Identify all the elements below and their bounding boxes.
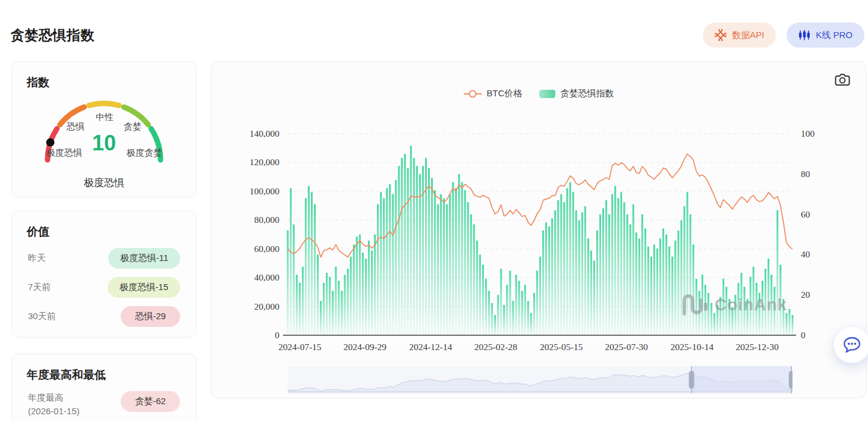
api-knot-icon <box>715 29 727 41</box>
status-badge-yesterday: 极度恐惧-11 <box>108 248 180 269</box>
gauge-label-greed: 贪婪 <box>124 121 141 133</box>
brush-selected-window[interactable] <box>691 366 791 392</box>
svg-text:40,000: 40,000 <box>254 272 279 282</box>
svg-text:140,000: 140,000 <box>250 128 280 138</box>
value-row-30days: 30天前 恐惧-29 <box>28 306 180 327</box>
kline-pro-button[interactable]: K线 PRO <box>787 23 864 48</box>
svg-text:100: 100 <box>801 128 815 138</box>
fear-greed-bars <box>287 146 794 335</box>
svg-text:20,000: 20,000 <box>254 301 279 311</box>
data-api-label: 数据API <box>732 30 764 41</box>
svg-text:2025-12-30: 2025-12-30 <box>735 342 779 352</box>
btc-price-line <box>288 154 792 257</box>
page-title: 贪婪恐惧指数 <box>11 26 95 45</box>
svg-text:2025-10-14: 2025-10-14 <box>671 342 714 352</box>
svg-text:120,000: 120,000 <box>250 157 280 167</box>
value-card: 价值 昨天 极度恐惧-11 7天前 极度恐惧-15 30天前 恐惧-29 <box>12 210 196 338</box>
index-gauge-card: 指数 极度恐惧 恐惧 中性 贪婪 极度贪婪 10 极度恐惧 <box>12 61 196 197</box>
value-card-title: 价值 <box>27 224 181 240</box>
status-badge-30days: 恐惧-29 <box>121 306 180 327</box>
svg-text:60: 60 <box>801 209 810 219</box>
gauge-value: 10 <box>92 131 116 156</box>
status-badge-annual-high: 贪婪-62 <box>121 391 180 412</box>
data-api-button[interactable]: 数据API <box>703 23 776 48</box>
gauge-label-extreme-fear: 极度恐惧 <box>46 147 82 159</box>
svg-text:40: 40 <box>801 249 810 259</box>
chart-card: BTC价格 贪婪恐惧指数 020,00040,00060,00080,00010… <box>211 61 866 398</box>
svg-text:0: 0 <box>275 330 279 340</box>
value-row-label: 昨天 <box>28 253 46 264</box>
status-badge-7days: 极度恐惧-15 <box>108 277 180 298</box>
gauge-card-title: 指数 <box>27 75 181 90</box>
svg-text:2024-12-14: 2024-12-14 <box>409 342 452 352</box>
annual-high-low-card: 年度最高和最低 年度最高 (2026-01-15) 贪婪-62 <box>12 354 196 422</box>
svg-text:2024-07-15: 2024-07-15 <box>278 342 322 352</box>
brush-handle-right[interactable] <box>789 371 792 389</box>
gauge-pointer-dot <box>46 138 55 147</box>
annual-card-title: 年度最高和最低 <box>27 367 181 383</box>
annual-high-date: (2026-01-15) <box>28 406 80 416</box>
annual-high-label: 年度最高 (2026-01-15) <box>28 391 80 418</box>
main-chart[interactable]: 020,00040,00060,00080,000100,000120,0001… <box>212 62 866 365</box>
value-row-yesterday: 昨天 极度恐惧-11 <box>28 248 180 269</box>
datazoom-brush[interactable] <box>288 366 792 393</box>
svg-text:2024-09-29: 2024-09-29 <box>344 342 387 352</box>
candlestick-icon <box>798 29 810 41</box>
svg-text:0: 0 <box>801 330 806 340</box>
gauge-status-label: 极度恐惧 <box>84 176 124 190</box>
svg-text:2025-05-15: 2025-05-15 <box>540 342 583 352</box>
gauge-segment-neutral <box>89 103 119 105</box>
annual-row-high: 年度最高 (2026-01-15) 贪婪-62 <box>28 391 180 418</box>
gauge-label-neutral: 中性 <box>96 112 114 123</box>
brush-handle-left[interactable] <box>689 371 694 389</box>
svg-text:2025-07-30: 2025-07-30 <box>605 342 649 352</box>
header-actions: 数据API K线 PRO <box>703 23 864 48</box>
chat-support-button[interactable] <box>834 326 868 363</box>
svg-text:80: 80 <box>801 169 810 179</box>
value-row-label: 30天前 <box>28 311 56 322</box>
svg-text:100,000: 100,000 <box>250 186 280 196</box>
chat-bubble-icon <box>842 336 861 353</box>
kline-pro-label: K线 PRO <box>816 30 853 41</box>
svg-text:80,000: 80,000 <box>254 215 279 225</box>
svg-text:2025-02-28: 2025-02-28 <box>474 342 518 352</box>
gauge-label-extreme-greed: 极度贪婪 <box>127 147 162 159</box>
gauge-label-fear: 恐惧 <box>67 121 84 133</box>
value-row-7days: 7天前 极度恐惧-15 <box>28 277 180 298</box>
svg-text:20: 20 <box>801 289 810 300</box>
annual-high-title: 年度最高 <box>28 392 64 402</box>
svg-text:60,000: 60,000 <box>254 244 279 254</box>
value-row-label: 7天前 <box>28 282 51 293</box>
